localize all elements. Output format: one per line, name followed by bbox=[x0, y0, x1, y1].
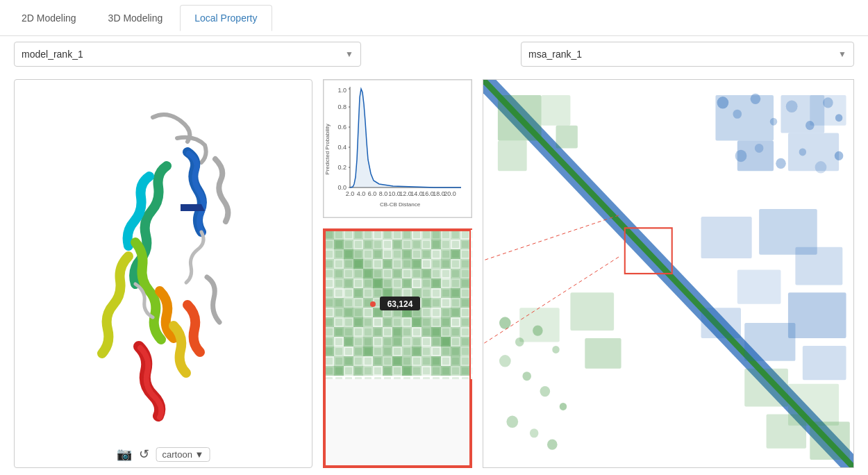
svg-rect-111 bbox=[344, 278, 353, 288]
svg-point-283 bbox=[786, 101, 798, 113]
svg-rect-196 bbox=[441, 327, 451, 337]
svg-rect-74 bbox=[422, 249, 431, 259]
svg-rect-119 bbox=[422, 278, 431, 288]
svg-rect-175 bbox=[383, 317, 392, 327]
svg-rect-245 bbox=[334, 366, 344, 376]
svg-rect-107 bbox=[451, 269, 460, 278]
svg-point-297 bbox=[499, 355, 511, 367]
svg-text:1.0: 1.0 bbox=[337, 87, 347, 94]
tab-2d-modeling[interactable]: 2D Modeling bbox=[7, 5, 91, 31]
svg-rect-305 bbox=[519, 308, 559, 342]
svg-rect-83 bbox=[363, 259, 373, 269]
svg-point-279 bbox=[717, 97, 729, 109]
svg-rect-273 bbox=[556, 126, 578, 149]
svg-rect-317 bbox=[767, 414, 806, 448]
svg-rect-46 bbox=[441, 230, 451, 240]
svg-point-301 bbox=[506, 416, 518, 428]
svg-rect-141 bbox=[344, 298, 353, 308]
svg-rect-34 bbox=[324, 230, 334, 240]
msa-dropdown[interactable]: msa_rank_1 ▼ bbox=[521, 42, 854, 67]
svg-rect-229 bbox=[324, 356, 334, 366]
svg-rect-38 bbox=[363, 230, 373, 240]
svg-rect-208 bbox=[412, 337, 422, 347]
view-mode-dropdown[interactable]: cartoon ▼ bbox=[156, 447, 210, 462]
svg-text:12.0: 12.0 bbox=[399, 190, 412, 197]
svg-rect-156 bbox=[344, 308, 353, 317]
svg-rect-315 bbox=[744, 369, 788, 407]
svg-point-292 bbox=[835, 151, 844, 160]
svg-rect-56 bbox=[392, 240, 402, 249]
svg-text:Predicted Probability: Predicted Probability bbox=[324, 124, 331, 174]
svg-point-280 bbox=[733, 110, 742, 119]
svg-rect-164 bbox=[422, 308, 431, 317]
svg-rect-91 bbox=[441, 259, 451, 269]
svg-rect-57 bbox=[402, 240, 412, 249]
svg-rect-102 bbox=[402, 269, 412, 278]
tab-bar: 2D Modeling 3D Modeling Local Property bbox=[0, 0, 868, 36]
svg-rect-114 bbox=[373, 278, 383, 288]
svg-rect-234 bbox=[373, 356, 383, 366]
svg-rect-228 bbox=[460, 347, 470, 356]
svg-rect-150 bbox=[431, 298, 441, 308]
svg-rect-253 bbox=[412, 366, 422, 376]
svg-rect-232 bbox=[353, 356, 363, 366]
svg-rect-129 bbox=[373, 288, 383, 298]
svg-rect-40 bbox=[383, 230, 392, 240]
svg-rect-203 bbox=[363, 337, 373, 347]
middle-panel: 0.0 0.2 0.4 0.6 0.8 1.0 2.0 bbox=[323, 79, 472, 468]
svg-rect-95 bbox=[334, 269, 344, 278]
svg-rect-205 bbox=[383, 337, 392, 347]
svg-point-298 bbox=[522, 372, 531, 381]
svg-rect-99 bbox=[373, 269, 383, 278]
svg-rect-212 bbox=[451, 337, 460, 347]
svg-rect-117 bbox=[402, 278, 412, 288]
reset-icon[interactable]: ↺ bbox=[139, 447, 149, 462]
svg-point-303 bbox=[547, 440, 558, 450]
svg-rect-90 bbox=[431, 259, 441, 269]
svg-rect-247 bbox=[353, 366, 363, 376]
svg-rect-135 bbox=[431, 288, 441, 298]
svg-rect-155 bbox=[334, 308, 344, 317]
svg-rect-201 bbox=[344, 337, 353, 347]
svg-rect-96 bbox=[344, 269, 353, 278]
tab-local-property[interactable]: Local Property bbox=[180, 5, 272, 31]
main-content: 📷 ↺ cartoon ▼ 0.0 bbox=[0, 72, 868, 475]
svg-rect-244 bbox=[324, 366, 334, 376]
svg-rect-176 bbox=[392, 317, 402, 327]
svg-rect-189 bbox=[373, 327, 383, 337]
contact-map-panel bbox=[483, 79, 854, 468]
svg-rect-138 bbox=[460, 288, 470, 298]
svg-rect-174 bbox=[373, 317, 383, 327]
svg-rect-80 bbox=[334, 259, 344, 269]
svg-point-287 bbox=[735, 150, 747, 162]
svg-rect-239 bbox=[422, 356, 431, 366]
svg-rect-237 bbox=[402, 356, 412, 366]
right-scrollbar[interactable] bbox=[853, 80, 854, 453]
svg-rect-142 bbox=[353, 298, 363, 308]
svg-rect-130 bbox=[383, 288, 392, 298]
svg-rect-236 bbox=[392, 356, 402, 366]
svg-rect-76 bbox=[441, 249, 451, 259]
svg-rect-59 bbox=[422, 240, 431, 249]
svg-rect-248 bbox=[363, 366, 373, 376]
tab-3d-modeling[interactable]: 3D Modeling bbox=[94, 5, 178, 31]
svg-rect-238 bbox=[412, 356, 422, 366]
svg-rect-79 bbox=[324, 259, 334, 269]
svg-rect-123 bbox=[460, 278, 470, 288]
svg-rect-192 bbox=[402, 327, 412, 337]
svg-text:0.4: 0.4 bbox=[337, 144, 347, 151]
svg-rect-73 bbox=[412, 249, 422, 259]
svg-rect-312 bbox=[701, 308, 741, 338]
svg-rect-242 bbox=[451, 356, 460, 366]
svg-rect-256 bbox=[441, 366, 451, 376]
model-dropdown[interactable]: model_rank_1 ▼ bbox=[14, 42, 361, 67]
svg-rect-207 bbox=[402, 337, 412, 347]
svg-rect-158 bbox=[363, 308, 373, 317]
svg-rect-49 bbox=[324, 240, 334, 249]
svg-rect-318 bbox=[810, 422, 849, 460]
svg-rect-179 bbox=[422, 317, 431, 327]
screenshot-icon[interactable]: 📷 bbox=[117, 447, 132, 462]
svg-rect-202 bbox=[353, 337, 363, 347]
svg-rect-165 bbox=[431, 308, 441, 317]
svg-rect-171 bbox=[344, 317, 353, 327]
